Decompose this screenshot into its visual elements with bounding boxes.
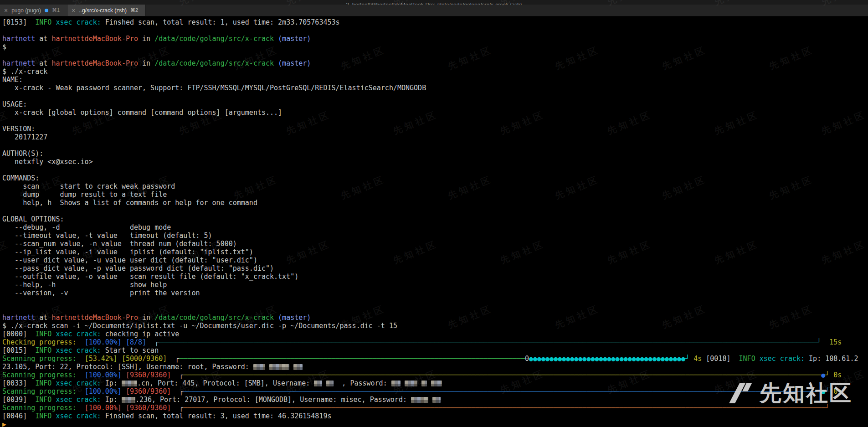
terminal-line <box>2 305 868 314</box>
terminal-text: ┘ <box>817 338 821 346</box>
terminal-text: at <box>35 314 51 322</box>
terminal-text: .cn, Port: 445, Protocol: [SMB], Usernam… <box>137 379 314 387</box>
terminal-text: Scanning progress: <box>2 387 77 396</box>
terminal-text: ────────────────────────────────────────… <box>179 355 525 363</box>
redacted-mosaic <box>314 381 322 386</box>
window-title: 2. hartnett@hartnettdeMacBook-Pro: /data… <box>346 2 522 5</box>
terminal-line: 23.105, Port: 22, Protocol: [SSH], Usern… <box>2 363 868 371</box>
terminal-text <box>122 404 126 412</box>
terminal-text <box>77 338 85 346</box>
terminal-text: NAME: <box>2 76 23 84</box>
terminal-line: --outfile value, -o value scan result fi… <box>2 273 868 281</box>
terminal-text: ▶ <box>2 420 6 427</box>
terminal-text: in <box>138 35 154 43</box>
terminal-text: INFO <box>35 379 51 387</box>
terminal-line: --scan_num value, -n value thread num (d… <box>2 240 868 248</box>
terminal-text <box>417 379 421 387</box>
terminal-tab-2[interactable]: ×..g/src/x-crack (zsh)⌘2 <box>67 5 146 16</box>
tab-label: ..g/src/x-crack (zsh) <box>79 7 127 14</box>
xianzhi-logo: 先知社区 <box>729 379 853 408</box>
redacted-mosaic <box>411 397 428 403</box>
terminal-text: Ip: <box>101 396 122 404</box>
terminal-line: $ ./x-crack <box>2 67 868 76</box>
terminal-text: in <box>138 59 154 67</box>
terminal-text: --help, -h show help <box>2 281 167 289</box>
terminal-text: ┌ <box>175 355 179 363</box>
terminal-text: hartnettdeMacBook-Pro <box>51 59 138 67</box>
terminal-text: xsec crack: <box>56 330 101 338</box>
terminal-text: --ip_list value, -i value iplist (defaul… <box>2 248 253 256</box>
terminal-text: [0033] <box>2 379 35 387</box>
terminal-text: --pass_dict value, -p value password dic… <box>2 264 274 273</box>
terminal-line: --debug, -d debug mode <box>2 223 868 232</box>
terminal-text: --scan_num value, -n value thread num (d… <box>2 240 237 248</box>
terminal-text: (master) <box>278 35 311 43</box>
terminal-text: 0 <box>525 355 529 363</box>
terminal-text <box>689 355 693 363</box>
terminal-text <box>167 355 175 363</box>
terminal-line: $ <box>2 43 868 51</box>
terminal-text: hartnett <box>2 35 35 43</box>
xianzhi-logo-icon <box>729 381 752 405</box>
terminal-text: checking ip active <box>101 330 180 338</box>
terminal-line: --version, -v print the version <box>2 289 868 297</box>
terminal-text <box>821 338 829 346</box>
terminal-tab-1[interactable]: ×pugo (pugo)⌘1 <box>0 5 67 16</box>
terminal-text: USAGE: <box>2 100 27 108</box>
redacted-mosaic <box>405 381 417 386</box>
terminal-text: Ip: 108.61.2 <box>805 355 858 363</box>
terminal[interactable]: [0153] INFO xsec crack: Finshed scan, to… <box>0 16 868 427</box>
terminal-line: VERSION: <box>2 125 868 133</box>
terminal-line <box>2 26 868 35</box>
terminal-line: --user_dict value, -u value user dict (d… <box>2 256 868 264</box>
terminal-text <box>755 355 760 363</box>
redacted-mosaic <box>253 364 265 370</box>
terminal-text: [9360/9360] <box>126 387 171 396</box>
terminal-text: netxfly <x@xsec.io> <box>2 158 93 166</box>
terminal-text: $ ./x-crack <box>2 67 47 76</box>
terminal-text: /data/code/golang/src/x-crack <box>154 314 274 322</box>
terminal-text <box>427 379 431 387</box>
redacted-mosaic <box>269 364 289 370</box>
terminal-text: [0039] <box>2 396 35 404</box>
terminal-text: xsec crack: <box>56 18 101 26</box>
terminal-text: xsec crack: <box>56 346 101 355</box>
terminal-line: Scanning progress: [53.42%] [5000/9360] … <box>2 355 868 363</box>
terminal-text: 15s <box>829 338 842 346</box>
terminal-line <box>2 207 868 215</box>
terminal-line <box>2 297 868 305</box>
terminal-line: hartnett at hartnettdeMacBook-Pro in /da… <box>2 59 868 67</box>
terminal-text <box>171 371 179 379</box>
terminal-text <box>122 371 126 379</box>
redacted-mosaic <box>326 381 334 386</box>
tab-close-icon[interactable]: × <box>4 7 8 14</box>
terminal-line: $ ./x-crack scan -i ~/Documents/iplist.t… <box>2 322 868 330</box>
terminal-text <box>77 404 85 412</box>
terminal-text: ────────────────────────────────────────… <box>183 387 821 396</box>
terminal-text <box>171 404 179 412</box>
terminal-text: Scanning progress: <box>2 371 77 379</box>
terminal-line: netxfly <x@xsec.io> <box>2 158 868 166</box>
terminal-text <box>118 355 122 363</box>
terminal-text: ────────────────────────────────────────… <box>183 371 821 379</box>
terminal-text: --timeout value, -t value timeout (defau… <box>2 232 212 240</box>
tab-close-icon[interactable]: × <box>72 7 75 14</box>
terminal-text: at <box>35 35 51 43</box>
terminal-text: --user_dict value, -u value user dict (d… <box>2 256 257 264</box>
terminal-text: [5000/9360] <box>122 355 167 363</box>
tab-activity-dot-icon <box>45 9 48 12</box>
terminal-text: Start to scan <box>101 346 159 355</box>
terminal-line: --pass_dict value, -p value password dic… <box>2 264 868 273</box>
redacted-mosaic <box>391 381 401 386</box>
terminal-line <box>2 51 868 59</box>
terminal-line: GLOBAL OPTIONS: <box>2 215 868 223</box>
terminal-line: hartnett at hartnettdeMacBook-Pro in /da… <box>2 314 868 322</box>
terminal-text: [0018] <box>702 355 739 363</box>
terminal-line: ▶ <box>2 420 868 427</box>
terminal-text: hartnett <box>2 59 35 67</box>
terminal-text: scan start to crack weak password <box>2 182 175 190</box>
terminal-text: /data/code/golang/src/x-crack <box>154 59 274 67</box>
terminal-text: AUTHOR(S): <box>2 149 43 158</box>
terminal-text: ●●●●●●●●●●●●●●●●●●●●●●●●●●●●●●●●●●●●●● <box>529 355 685 363</box>
terminal-text <box>829 371 833 379</box>
